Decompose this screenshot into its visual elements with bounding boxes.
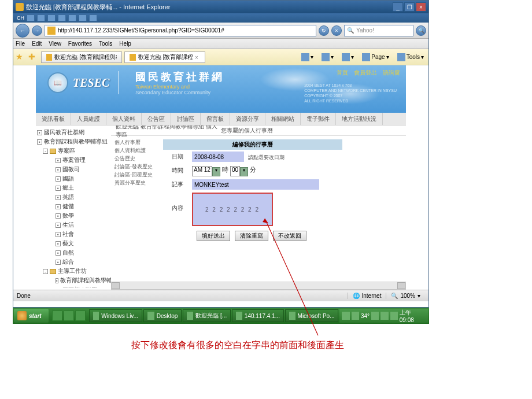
ql-ie-icon[interactable]	[52, 311, 62, 321]
nav-item[interactable]: 人員維護	[71, 113, 106, 125]
task-item[interactable]: Windows Liv...	[89, 309, 142, 322]
ime-icon[interactable]	[47, 14, 56, 21]
tree-item[interactable]: ▪國教司	[37, 165, 110, 174]
nav-item[interactable]: 資訊看板	[36, 113, 71, 125]
tray-icon[interactable]	[390, 312, 398, 320]
address-bar[interactable]: http://140.117.12.233/SIGNet/SIGpersonal…	[45, 25, 316, 36]
history-link[interactable]: 公告歷史	[114, 154, 160, 162]
forward-button[interactable]: →	[32, 25, 42, 36]
content-textarea[interactable]: 2 2 2 2 2 2 2 2	[192, 193, 273, 226]
tab-close-icon[interactable]: ×	[195, 54, 200, 60]
tab-2-active[interactable]: 歡迎光臨 [教育部課程... ×	[124, 51, 205, 63]
horizontal-scrollbar[interactable]	[111, 282, 406, 290]
nav-item[interactable]: 討論區	[171, 113, 201, 125]
nav-item[interactable]: 電子郵件	[301, 113, 336, 125]
nav-row: ← → http://140.117.12.233/SIGNet/SIGpers…	[13, 23, 428, 39]
dropdown-icon[interactable]: ▾	[212, 167, 220, 176]
tree-item[interactable]: ▪自然	[37, 248, 110, 257]
annotation-text: 按下修改後會有很多的空白在字串的前面和後面產生	[131, 339, 344, 352]
reset-button[interactable]: 清除重寫	[235, 231, 268, 241]
page-button[interactable]: Page ▾	[360, 53, 391, 61]
print-button[interactable]: ▾	[339, 53, 356, 61]
nav-item[interactable]: 留言板	[201, 113, 230, 125]
tree-item[interactable]: ▪國民教育社群網	[37, 128, 110, 137]
menu-edit[interactable]: Edit	[32, 40, 42, 47]
tree: ▪國民教育社群網 ▪教育部課程與教學輔導組 -專案區 ▪專案管理 ▪國教司 ▪國…	[36, 125, 111, 287]
task-item[interactable]: Microsoft Po...	[285, 309, 338, 322]
menu-help[interactable]: Help	[119, 40, 131, 47]
nav-item[interactable]: 個人資料	[106, 113, 142, 125]
back-button[interactable]: ←	[16, 24, 29, 38]
close-button[interactable]: ×	[416, 2, 426, 12]
tree-item[interactable]: ▪數學	[37, 211, 110, 220]
menu-view[interactable]: View	[49, 40, 61, 47]
history-link[interactable]: 個人資料維護	[114, 146, 160, 154]
zoom-control[interactable]: 🔍 100% ▾	[386, 293, 425, 299]
history-pane: 個人行事曆 個人資料維護 公告歷史 討論區-發表歷史 討論區-回覆歷史 資源分享…	[111, 136, 163, 189]
ime-icon[interactable]	[79, 14, 87, 21]
logo-area: 📖 TESEC 國民教育社群網 Taiwan Elementary and Se…	[47, 70, 394, 95]
tree-item[interactable]: ▪社會	[37, 230, 110, 239]
scroll-left-icon[interactable]	[112, 282, 120, 289]
tools-button[interactable]: Tools ▾	[395, 53, 426, 61]
time-ampm-select[interactable]: AM 12	[192, 166, 212, 176]
dropdown-icon[interactable]: ▾	[240, 167, 248, 176]
tree-item[interactable]: ▪生活	[37, 220, 110, 230]
menu-tools[interactable]: Tools	[99, 40, 112, 47]
ime-icon[interactable]	[37, 14, 45, 21]
nav-item[interactable]: 公告區	[142, 113, 171, 125]
scroll-right-icon[interactable]	[397, 282, 405, 289]
history-link[interactable]: 個人行事曆	[114, 138, 160, 146]
tree-item[interactable]: ▪專案管理	[37, 156, 110, 165]
add-favorites-icon[interactable]: ✚	[28, 52, 39, 62]
task-item[interactable]: 140.117.4.1...	[232, 309, 284, 322]
nav-item[interactable]: 地方活動狀況	[336, 113, 383, 125]
submit-button[interactable]: 填好送出	[197, 231, 230, 241]
tree-item[interactable]: ▪國語	[37, 174, 110, 183]
nav-item[interactable]: 資源分享	[230, 113, 265, 125]
tree-item[interactable]: ▪三區策略聯盟	[37, 285, 110, 287]
tree-item[interactable]: ▪教育部課程與教學輔導組	[37, 137, 110, 146]
menu-favorites[interactable]: Favorites	[68, 40, 92, 47]
date-input[interactable]: 2008-08-08	[192, 152, 244, 162]
menu-file[interactable]: File	[16, 40, 25, 47]
start-button[interactable]: start	[14, 309, 49, 323]
tab-1[interactable]: 歡迎光臨 [教育部課程與教...	[41, 51, 122, 63]
tree-item[interactable]: ▪鄉土	[37, 183, 110, 193]
tree-item[interactable]: ▪藝文	[37, 239, 110, 248]
maximize-button[interactable]: ❐	[404, 2, 415, 12]
tree-item[interactable]: ▪教育部課程與教學輔導組	[37, 276, 110, 285]
nav-item[interactable]: 相關網站	[265, 113, 301, 125]
task-item[interactable]: 歡迎光臨 [...	[183, 309, 231, 322]
ql-msn-icon[interactable]	[64, 311, 74, 321]
ime-icon[interactable]	[58, 14, 66, 21]
history-link[interactable]: 討論區-發表歷史	[114, 162, 160, 171]
tray-icon[interactable]	[371, 312, 379, 320]
tray-icon[interactable]	[352, 312, 359, 320]
back-button[interactable]: 不改返回	[273, 231, 306, 241]
tree-item[interactable]: ▪綜合	[37, 257, 110, 267]
time-min-select[interactable]: 00	[230, 166, 240, 176]
minimize-button[interactable]: _	[393, 2, 403, 12]
tree-folder[interactable]: -專案區	[37, 146, 110, 156]
ime-icon[interactable]	[89, 14, 97, 21]
subject-input[interactable]: MONKEYtest	[192, 179, 319, 190]
ql-desktop-icon[interactable]	[75, 311, 86, 321]
search-go-button[interactable]: 🔍	[416, 25, 426, 36]
favorites-star-icon[interactable]: ★	[16, 52, 26, 62]
ime-icon[interactable]	[27, 14, 35, 21]
tree-folder[interactable]: -主導工作坊	[37, 267, 110, 276]
tree-item[interactable]: ▪健體	[37, 202, 110, 211]
history-link[interactable]: 資源分享歷史	[114, 179, 160, 187]
tray-icon[interactable]	[380, 312, 388, 320]
stop-button[interactable]: ×	[331, 25, 342, 36]
feeds-button[interactable]: ▾	[319, 53, 336, 61]
search-input[interactable]: 🔍 Yahoo!	[344, 25, 413, 36]
tray-icon[interactable]	[342, 312, 349, 320]
refresh-button[interactable]: ↻	[319, 25, 329, 36]
tree-item[interactable]: ▪英語	[37, 193, 110, 202]
ime-icon[interactable]	[68, 14, 76, 21]
task-item[interactable]: Desktop	[143, 309, 182, 322]
home-button[interactable]: ▾	[299, 53, 316, 61]
history-link[interactable]: 討論區-回覆歷史	[114, 171, 160, 179]
